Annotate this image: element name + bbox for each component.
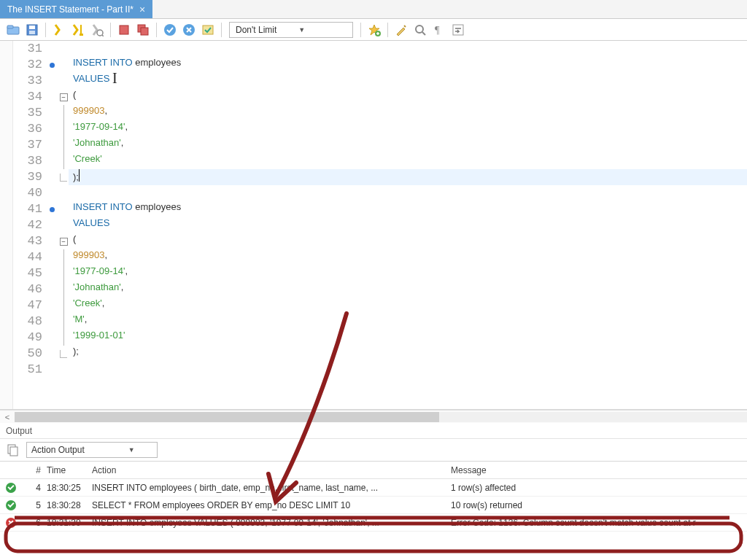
output-toolbar: Action Output ▼	[0, 439, 747, 461]
fold-indicator	[58, 314, 69, 330]
line-number: 50	[13, 346, 48, 362]
favorite-icon[interactable]	[365, 21, 383, 39]
limit-rows-select[interactable]: Don't Limit ▼	[229, 22, 353, 38]
line-number: 42	[13, 217, 48, 233]
line-number: 45	[13, 265, 48, 281]
code-line[interactable]: );	[69, 169, 747, 185]
code-line[interactable]: 'Creek'	[69, 153, 747, 169]
code-line[interactable]: '1999-01-01'	[69, 330, 747, 346]
invisible-chars-icon[interactable]: ¶	[430, 21, 448, 39]
code-line[interactable]	[69, 185, 747, 201]
copy-output-icon[interactable]	[6, 443, 19, 456]
cell-time: 18:30:25	[47, 483, 92, 493]
fold-indicator	[58, 281, 69, 298]
code-line[interactable]: VALUES	[69, 217, 747, 233]
gutter-mark	[48, 73, 58, 89]
gutter-mark	[48, 169, 58, 185]
beautify-icon[interactable]	[392, 21, 410, 39]
sql-editor[interactable]: 3132INSERT INTO employees33VALUES I34−(3…	[0, 41, 747, 410]
gutter-mark	[48, 57, 58, 73]
scrollbar-thumb[interactable]	[15, 412, 439, 422]
cell-message: 10 row(s) returned	[451, 500, 747, 510]
line-number: 48	[13, 314, 48, 330]
code-line[interactable]: 'Johnathan',	[69, 281, 747, 298]
line-number: 34	[13, 89, 48, 105]
fold-indicator[interactable]: −	[58, 89, 69, 105]
code-line[interactable]: 'Creek',	[69, 298, 747, 314]
execute-icon[interactable]	[50, 21, 68, 39]
code-line[interactable]: 999903,	[69, 105, 747, 121]
fold-indicator	[58, 330, 69, 346]
cell-index: 5	[22, 500, 47, 510]
fold-indicator	[58, 249, 69, 265]
execute-current-icon[interactable]	[69, 21, 87, 39]
fold-indicator	[58, 265, 69, 281]
line-number: 41	[13, 201, 48, 217]
gutter-mark	[48, 265, 58, 281]
code-line[interactable]: );	[69, 346, 747, 362]
svg-rect-18	[453, 25, 463, 35]
fold-indicator	[58, 362, 69, 378]
cell-time: 18:30:28	[47, 500, 92, 510]
code-line[interactable]	[69, 362, 747, 378]
code-line[interactable]: '1977-09-14',	[69, 265, 747, 281]
line-number: 51	[13, 362, 48, 378]
svg-rect-1	[7, 26, 13, 28]
line-number: 46	[13, 281, 48, 298]
fold-indicator[interactable]: −	[58, 233, 69, 249]
status-ok-icon	[6, 483, 16, 493]
code-line[interactable]: INSERT INTO employees	[69, 201, 747, 217]
code-line[interactable]: (	[69, 89, 747, 105]
cell-action: INSERT INTO employees ( birth_date, emp_…	[92, 483, 451, 493]
autocommit-icon[interactable]	[199, 21, 217, 39]
stop-all-icon[interactable]	[134, 21, 152, 39]
line-number: 39	[13, 169, 48, 185]
svg-text:¶: ¶	[435, 25, 440, 36]
col-time: Time	[47, 465, 92, 475]
cell-index: 6	[22, 518, 47, 528]
gutter-mark	[48, 185, 58, 201]
cell-message: 1 row(s) affected	[451, 483, 747, 493]
grid-row[interactable]: 618:31:30INSERT INTO employees VALUES ( …	[0, 514, 747, 532]
grid-header: #TimeActionMessage	[0, 462, 747, 479]
chevron-down-icon: ▼	[298, 26, 305, 34]
code-line[interactable]: (	[69, 233, 747, 249]
save-icon[interactable]	[23, 21, 41, 39]
open-icon[interactable]	[4, 21, 22, 39]
wrap-icon[interactable]	[449, 21, 467, 39]
code-line[interactable]	[69, 41, 747, 57]
svg-line-7	[102, 35, 104, 36]
code-line[interactable]: '1977-09-14',	[69, 121, 747, 137]
line-number: 36	[13, 121, 48, 137]
code-line[interactable]: 'M',	[69, 314, 747, 330]
scrollbar-track[interactable]	[15, 412, 747, 422]
rollback-icon[interactable]	[180, 21, 198, 39]
stop-icon[interactable]	[115, 21, 133, 39]
output-type-label: Action Output	[31, 445, 85, 455]
horizontal-scrollbar[interactable]: <	[0, 410, 747, 423]
fold-indicator	[58, 169, 69, 185]
code-line[interactable]: VALUES I	[69, 73, 747, 89]
output-label-text: Output	[6, 426, 32, 436]
line-number: 43	[13, 233, 48, 249]
svg-point-6	[97, 30, 103, 36]
find-icon[interactable]	[411, 21, 429, 39]
chevron-down-icon: ▼	[128, 446, 135, 454]
grid-row[interactable]: 418:30:25INSERT INTO employees ( birth_d…	[0, 479, 747, 497]
code-line[interactable]: 999903,	[69, 249, 747, 265]
code-line[interactable]: 'Johnathan',	[69, 137, 747, 153]
explain-icon[interactable]	[88, 21, 106, 39]
commit-icon[interactable]	[161, 21, 179, 39]
scroll-left-icon[interactable]: <	[0, 413, 15, 421]
cell-message: Error Code: 1136. Column count doesn't m…	[451, 518, 747, 528]
grid-row[interactable]: 518:30:28SELECT * FROM employees ORDER B…	[0, 497, 747, 514]
line-number: 49	[13, 330, 48, 346]
output-type-select[interactable]: Action Output ▼	[26, 442, 158, 458]
close-icon[interactable]: ×	[139, 4, 145, 15]
svg-point-15	[416, 26, 423, 33]
svg-point-11	[164, 24, 176, 36]
gutter-mark	[48, 201, 58, 217]
code-line[interactable]: INSERT INTO employees	[69, 57, 747, 73]
editor-tab[interactable]: The INSERT Statement - Part II* ×	[0, 0, 152, 18]
line-number: 33	[13, 73, 48, 89]
